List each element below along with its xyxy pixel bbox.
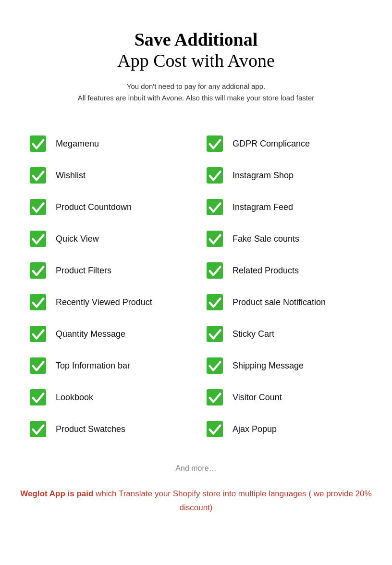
checkmark-icon-wishlist	[29, 166, 47, 184]
checkmark-icon-megamenu	[29, 135, 47, 153]
checkmark-icon-related-products	[206, 261, 224, 280]
feature-label-instagram-shop: Instagram Shop	[233, 171, 294, 181]
checkmark-icon-visitor-count	[206, 388, 224, 406]
feature-label-top-information-bar: Top Information bar	[56, 361, 130, 371]
feature-label-visitor-count: Visitor Count	[233, 393, 282, 403]
title-bold: Save Additional	[117, 29, 275, 50]
feature-label-product-sale-notification: Product sale Notification	[233, 297, 326, 307]
feature-item-gdpr: GDPR Complicance	[196, 128, 373, 160]
feature-item-product-countdown: Product Countdown	[19, 191, 196, 223]
checkmark-icon-sticky-cart	[206, 325, 224, 343]
title-normal: App Cost with Avone	[117, 50, 275, 71]
feature-label-megamenu: Megamenu	[56, 139, 99, 149]
weglot-note: Weglot App is paid which Translate your …	[19, 487, 373, 515]
feature-item-ajax-popup: Ajax Popup	[196, 413, 373, 445]
feature-label-gdpr: GDPR Complicance	[233, 139, 310, 149]
subtitle-line2: All features are inbuit with Avone. Also…	[78, 94, 314, 102]
weglot-highlight: Weglot App is paid	[20, 489, 93, 498]
feature-item-lookbook: Lookbook	[19, 381, 196, 413]
feature-item-megamenu: Megamenu	[19, 128, 196, 160]
checkmark-icon-quick-view	[29, 230, 47, 248]
checkmark-icon-ajax-popup	[206, 420, 224, 438]
checkmark-icon-quantity-message	[29, 325, 47, 343]
checkmark-icon-shipping-message	[206, 356, 224, 375]
checkmark-icon-recently-viewed	[29, 293, 47, 311]
feature-item-instagram-shop: Instagram Shop	[196, 160, 373, 191]
feature-label-related-products: Related Products	[233, 266, 299, 276]
feature-item-wishlist: Wishlist	[19, 160, 196, 191]
feature-item-product-swatches: Product Swatches	[19, 413, 196, 445]
and-more-text: And more…	[175, 464, 216, 473]
feature-label-quick-view: Quick View	[56, 234, 99, 244]
feature-label-instagram-feed: Instagram Feed	[233, 202, 293, 212]
features-grid: Megamenu GDPR Complicance Wishlist Insta…	[19, 128, 373, 445]
checkmark-icon-product-swatches	[29, 420, 47, 438]
checkmark-icon-fake-sale-counts	[206, 230, 224, 248]
feature-item-instagram-feed: Instagram Feed	[196, 191, 373, 223]
feature-item-quick-view: Quick View	[19, 223, 196, 255]
feature-item-quantity-message: Quantity Message	[19, 318, 196, 350]
weglot-text: which Translate your Shopify store into …	[93, 489, 371, 512]
feature-item-top-information-bar: Top Information bar	[19, 350, 196, 381]
feature-label-product-countdown: Product Countdown	[56, 202, 132, 212]
feature-label-product-filters: Product Filters	[56, 266, 111, 276]
feature-item-related-products: Related Products	[196, 255, 373, 286]
feature-item-recently-viewed: Recently Viewed Product	[19, 286, 196, 318]
subtitle-line1: You don't need to pay for any addional a…	[127, 82, 265, 90]
feature-label-ajax-popup: Ajax Popup	[233, 424, 277, 434]
subtitle: You don't need to pay for any addional a…	[78, 81, 314, 104]
feature-label-shipping-message: Shipping Message	[233, 361, 304, 371]
feature-item-visitor-count: Visitor Count	[196, 381, 373, 413]
feature-label-sticky-cart: Sticky Cart	[233, 329, 274, 339]
checkmark-icon-gdpr	[206, 135, 224, 153]
checkmark-icon-instagram-shop	[206, 166, 224, 184]
checkmark-icon-instagram-feed	[206, 198, 224, 216]
feature-label-wishlist: Wishlist	[56, 171, 86, 181]
feature-item-product-sale-notification: Product sale Notification	[196, 286, 373, 318]
feature-label-fake-sale-counts: Fake Sale counts	[233, 234, 299, 244]
feature-label-quantity-message: Quantity Message	[56, 329, 125, 339]
feature-item-fake-sale-counts: Fake Sale counts	[196, 223, 373, 255]
feature-item-product-filters: Product Filters	[19, 255, 196, 286]
checkmark-icon-product-sale-notification	[206, 293, 224, 311]
feature-item-shipping-message: Shipping Message	[196, 350, 373, 381]
page-title: Save Additional App Cost with Avone	[117, 29, 275, 71]
feature-item-sticky-cart: Sticky Cart	[196, 318, 373, 350]
checkmark-icon-lookbook	[29, 388, 47, 406]
feature-label-recently-viewed: Recently Viewed Product	[56, 297, 152, 307]
feature-label-lookbook: Lookbook	[56, 393, 93, 403]
feature-label-product-swatches: Product Swatches	[56, 424, 125, 434]
checkmark-icon-product-countdown	[29, 198, 47, 216]
checkmark-icon-product-filters	[29, 261, 47, 280]
checkmark-icon-top-information-bar	[29, 356, 47, 375]
